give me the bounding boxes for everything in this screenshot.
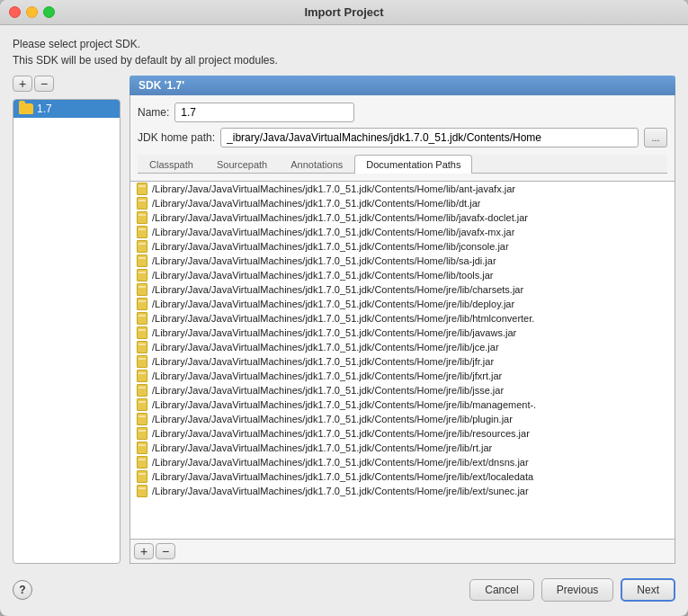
close-button[interactable] bbox=[9, 6, 21, 18]
help-button[interactable]: ? bbox=[13, 580, 32, 600]
file-path: /Library/Java/JavaVirtualMachines/jdk1.7… bbox=[152, 313, 534, 324]
right-panel-inner: /Library/Java/JavaVirtualMachines/jdk1.7… bbox=[130, 182, 675, 564]
sdk-header: SDK '1.7' bbox=[130, 76, 675, 95]
list-item[interactable]: /Library/Java/JavaVirtualMachines/jdk1.7… bbox=[130, 412, 675, 426]
list-item[interactable]: /Library/Java/JavaVirtualMachines/jdk1.7… bbox=[130, 397, 675, 412]
remove-sdk-button[interactable]: − bbox=[34, 76, 54, 92]
title-bar: Import Project bbox=[0, 0, 688, 25]
folder-icon bbox=[19, 103, 33, 114]
tabs-container: Classpath Sourcepath Annotations Documen… bbox=[138, 155, 667, 174]
description-line2: This SDK will be used by default by all … bbox=[13, 52, 675, 68]
jar-icon bbox=[136, 355, 148, 368]
jar-icon bbox=[136, 240, 148, 253]
add-file-button[interactable]: + bbox=[134, 543, 154, 559]
jar-icon bbox=[136, 485, 148, 497]
sdk-item-label: 1.7 bbox=[37, 103, 52, 115]
file-path: /Library/Java/JavaVirtualMachines/jdk1.7… bbox=[152, 385, 504, 396]
minimize-button[interactable] bbox=[26, 6, 38, 18]
cancel-button[interactable]: Cancel bbox=[469, 579, 533, 601]
jar-icon bbox=[136, 370, 148, 382]
list-item[interactable]: /Library/Java/JavaVirtualMachines/jdk1.7… bbox=[130, 441, 675, 455]
list-item[interactable]: /Library/Java/JavaVirtualMachines/jdk1.7… bbox=[130, 311, 675, 326]
sdk-item[interactable]: 1.7 bbox=[13, 100, 120, 118]
file-path: /Library/Java/JavaVirtualMachines/jdk1.7… bbox=[152, 342, 499, 353]
list-item[interactable]: /Library/Java/JavaVirtualMachines/jdk1.7… bbox=[130, 225, 675, 239]
jdk-path-row: JDK home path: ... bbox=[138, 128, 667, 147]
list-item[interactable]: /Library/Java/JavaVirtualMachines/jdk1.7… bbox=[130, 297, 675, 311]
tab-sourcepath[interactable]: Sourcepath bbox=[205, 155, 279, 174]
jar-icon bbox=[136, 413, 148, 425]
jdk-path-input[interactable] bbox=[220, 128, 639, 147]
list-item[interactable]: /Library/Java/JavaVirtualMachines/jdk1.7… bbox=[130, 354, 675, 369]
file-path: /Library/Java/JavaVirtualMachines/jdk1.7… bbox=[152, 486, 529, 496]
list-item[interactable]: /Library/Java/JavaVirtualMachines/jdk1.7… bbox=[130, 455, 675, 469]
jar-icon bbox=[136, 442, 148, 454]
list-item[interactable]: /Library/Java/JavaVirtualMachines/jdk1.7… bbox=[130, 182, 675, 196]
jar-icon bbox=[136, 456, 148, 469]
name-input[interactable] bbox=[174, 103, 354, 122]
file-list-toolbar: + − bbox=[130, 540, 675, 564]
add-sdk-button[interactable]: + bbox=[13, 76, 32, 92]
file-path: /Library/Java/JavaVirtualMachines/jdk1.7… bbox=[152, 356, 494, 367]
name-row: Name: bbox=[138, 103, 667, 122]
file-path: /Library/Java/JavaVirtualMachines/jdk1.7… bbox=[152, 270, 494, 281]
file-path: /Library/Java/JavaVirtualMachines/jdk1.7… bbox=[152, 255, 496, 266]
file-path: /Library/Java/JavaVirtualMachines/jdk1.7… bbox=[152, 284, 523, 295]
list-item[interactable]: /Library/Java/JavaVirtualMachines/jdk1.7… bbox=[130, 268, 675, 282]
sidebar-toolbar: + − bbox=[13, 76, 121, 92]
browse-button[interactable]: ... bbox=[644, 128, 667, 147]
file-path: /Library/Java/JavaVirtualMachines/jdk1.7… bbox=[152, 227, 514, 237]
list-item[interactable]: /Library/Java/JavaVirtualMachines/jdk1.7… bbox=[130, 383, 675, 397]
previous-button[interactable]: Previous bbox=[541, 578, 614, 602]
tab-annotations[interactable]: Annotations bbox=[279, 155, 354, 174]
jar-icon bbox=[136, 269, 148, 281]
import-project-window: Import Project Please select project SDK… bbox=[0, 0, 688, 616]
file-path: /Library/Java/JavaVirtualMachines/jdk1.7… bbox=[152, 299, 514, 309]
file-list[interactable]: /Library/Java/JavaVirtualMachines/jdk1.7… bbox=[130, 182, 675, 540]
jar-icon bbox=[136, 183, 148, 195]
jar-icon bbox=[136, 312, 148, 325]
file-path: /Library/Java/JavaVirtualMachines/jdk1.7… bbox=[152, 457, 529, 468]
next-button[interactable]: Next bbox=[621, 578, 675, 602]
description-text: Please select project SDK. This SDK will… bbox=[13, 36, 675, 68]
list-item[interactable]: /Library/Java/JavaVirtualMachines/jdk1.7… bbox=[130, 326, 675, 340]
file-path: /Library/Java/JavaVirtualMachines/jdk1.7… bbox=[152, 370, 502, 381]
jar-icon bbox=[136, 197, 148, 210]
file-path: /Library/Java/JavaVirtualMachines/jdk1.7… bbox=[152, 399, 536, 410]
list-item[interactable]: /Library/Java/JavaVirtualMachines/jdk1.7… bbox=[130, 239, 675, 254]
tab-documentation-paths[interactable]: Documentation Paths bbox=[354, 155, 472, 174]
list-item[interactable]: /Library/Java/JavaVirtualMachines/jdk1.7… bbox=[130, 254, 675, 268]
list-item[interactable]: /Library/Java/JavaVirtualMachines/jdk1.7… bbox=[130, 282, 675, 297]
maximize-button[interactable] bbox=[43, 6, 55, 18]
list-item[interactable]: /Library/Java/JavaVirtualMachines/jdk1.7… bbox=[130, 426, 675, 441]
file-path: /Library/Java/JavaVirtualMachines/jdk1.7… bbox=[152, 471, 533, 482]
window-body: Please select project SDK. This SDK will… bbox=[0, 25, 688, 616]
jar-icon bbox=[136, 283, 148, 296]
jar-icon bbox=[136, 427, 148, 440]
bottom-bar: ? Cancel Previous Next bbox=[13, 571, 675, 605]
right-panel: SDK '1.7' Name: JDK home path: ... Class… bbox=[130, 76, 675, 564]
jar-icon bbox=[136, 326, 148, 339]
file-path: /Library/Java/JavaVirtualMachines/jdk1.7… bbox=[152, 442, 492, 453]
window-title: Import Project bbox=[304, 5, 383, 19]
list-item[interactable]: /Library/Java/JavaVirtualMachines/jdk1.7… bbox=[130, 196, 675, 210]
jar-icon bbox=[136, 384, 148, 397]
file-path: /Library/Java/JavaVirtualMachines/jdk1.7… bbox=[152, 428, 530, 439]
main-content: + − 1.7 SDK '1.7' Name: bbox=[13, 76, 675, 564]
remove-file-button[interactable]: − bbox=[156, 543, 175, 559]
jar-icon bbox=[136, 341, 148, 353]
sdk-list: 1.7 bbox=[13, 99, 121, 564]
list-item[interactable]: /Library/Java/JavaVirtualMachines/jdk1.7… bbox=[130, 484, 675, 498]
list-item[interactable]: /Library/Java/JavaVirtualMachines/jdk1.7… bbox=[130, 210, 675, 225]
jdk-path-label: JDK home path: bbox=[138, 131, 215, 144]
sidebar: + − 1.7 bbox=[13, 76, 121, 564]
list-item[interactable]: /Library/Java/JavaVirtualMachines/jdk1.7… bbox=[130, 469, 675, 484]
jar-icon bbox=[136, 398, 148, 411]
file-path: /Library/Java/JavaVirtualMachines/jdk1.7… bbox=[152, 183, 515, 194]
list-item[interactable]: /Library/Java/JavaVirtualMachines/jdk1.7… bbox=[130, 369, 675, 383]
list-item[interactable]: /Library/Java/JavaVirtualMachines/jdk1.7… bbox=[130, 340, 675, 354]
tab-classpath[interactable]: Classpath bbox=[138, 155, 205, 174]
sdk-form: Name: JDK home path: ... Classpath Sourc… bbox=[130, 95, 675, 182]
jar-icon bbox=[136, 298, 148, 310]
file-path: /Library/Java/JavaVirtualMachines/jdk1.7… bbox=[152, 212, 528, 223]
